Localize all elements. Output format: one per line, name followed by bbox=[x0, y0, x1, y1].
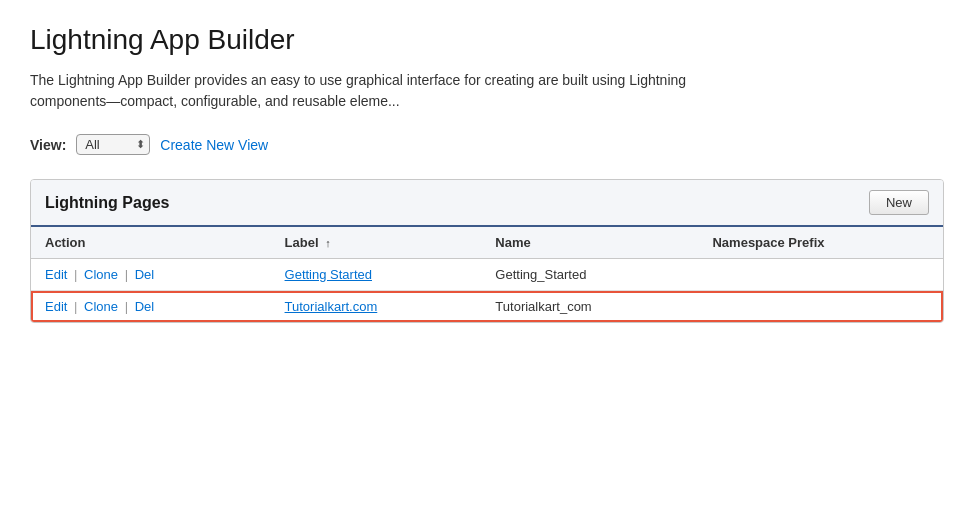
clone-link-row1[interactable]: Clone bbox=[84, 267, 118, 282]
label-link-row2[interactable]: Tutorialkart.com bbox=[285, 299, 378, 314]
action-cell: Edit | Clone | Del bbox=[31, 259, 271, 291]
namespace-cell bbox=[698, 259, 943, 291]
table-header-row: Action Label ↑ Name Namespace Prefix bbox=[31, 227, 943, 259]
table-row: Edit | Clone | Del Tutorialkart.com Tuto… bbox=[31, 291, 943, 323]
page-description: The Lightning App Builder provides an ea… bbox=[30, 70, 730, 112]
namespace-cell bbox=[698, 291, 943, 323]
table-row: Edit | Clone | Del Getting Started Getti… bbox=[31, 259, 943, 291]
separator: | bbox=[74, 299, 77, 314]
name-cell: Tutorialkart_com bbox=[481, 291, 698, 323]
label-link-row1[interactable]: Getting Started bbox=[285, 267, 372, 282]
section-header: Lightning Pages New bbox=[31, 180, 943, 227]
name-cell: Getting_Started bbox=[481, 259, 698, 291]
col-header-name: Name bbox=[481, 227, 698, 259]
section-title: Lightning Pages bbox=[45, 194, 169, 212]
edit-link-row1[interactable]: Edit bbox=[45, 267, 67, 282]
label-cell: Getting Started bbox=[271, 259, 482, 291]
del-link-row2[interactable]: Del bbox=[135, 299, 155, 314]
label-cell: Tutorialkart.com bbox=[271, 291, 482, 323]
view-select[interactable]: All Recent bbox=[76, 134, 150, 155]
sort-arrow-icon: ↑ bbox=[325, 237, 331, 249]
separator: | bbox=[125, 299, 128, 314]
create-new-view-link[interactable]: Create New View bbox=[160, 137, 268, 153]
clone-link-row2[interactable]: Clone bbox=[84, 299, 118, 314]
edit-link-row2[interactable]: Edit bbox=[45, 299, 67, 314]
col-header-action: Action bbox=[31, 227, 271, 259]
action-cell: Edit | Clone | Del bbox=[31, 291, 271, 323]
separator: | bbox=[74, 267, 77, 282]
separator: | bbox=[125, 267, 128, 282]
lightning-pages-section: Lightning Pages New Action Label ↑ Name … bbox=[30, 179, 944, 323]
new-button[interactable]: New bbox=[869, 190, 929, 215]
view-select-wrapper[interactable]: All Recent ⬍ bbox=[76, 134, 150, 155]
col-header-label: Label ↑ bbox=[271, 227, 482, 259]
col-header-namespace: Namespace Prefix bbox=[698, 227, 943, 259]
del-link-row1[interactable]: Del bbox=[135, 267, 155, 282]
view-bar: View: All Recent ⬍ Create New View bbox=[30, 134, 944, 155]
page-title: Lightning App Builder bbox=[30, 24, 944, 56]
lightning-pages-table: Action Label ↑ Name Namespace Prefix Edi… bbox=[31, 227, 943, 322]
view-label: View: bbox=[30, 137, 66, 153]
